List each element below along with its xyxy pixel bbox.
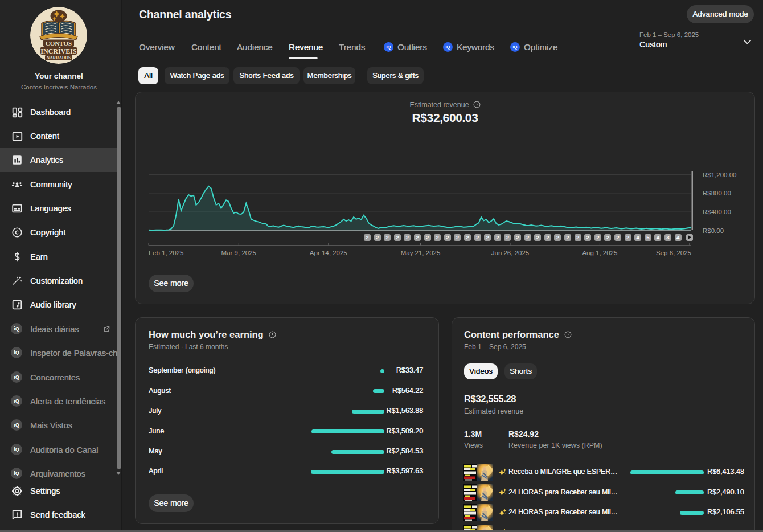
svg-text:iQ: iQ xyxy=(14,470,19,476)
svg-text:iQ: iQ xyxy=(512,44,517,50)
svg-text:iQ: iQ xyxy=(14,350,19,355)
svg-text:iQ: iQ xyxy=(14,326,19,332)
svg-text:iQ: iQ xyxy=(14,374,19,380)
svg-text:iQ: iQ xyxy=(14,398,19,404)
svg-text:CONTOS: CONTOS xyxy=(46,40,72,47)
svg-text:NARRADOS: NARRADOS xyxy=(47,55,71,60)
svg-text:iQ: iQ xyxy=(14,447,19,452)
svg-text:iQ: iQ xyxy=(386,44,391,50)
svg-text:iQ: iQ xyxy=(14,422,19,428)
svg-text:INCRÍVEIS: INCRÍVEIS xyxy=(40,47,77,55)
svg-text:iQ: iQ xyxy=(445,44,450,50)
